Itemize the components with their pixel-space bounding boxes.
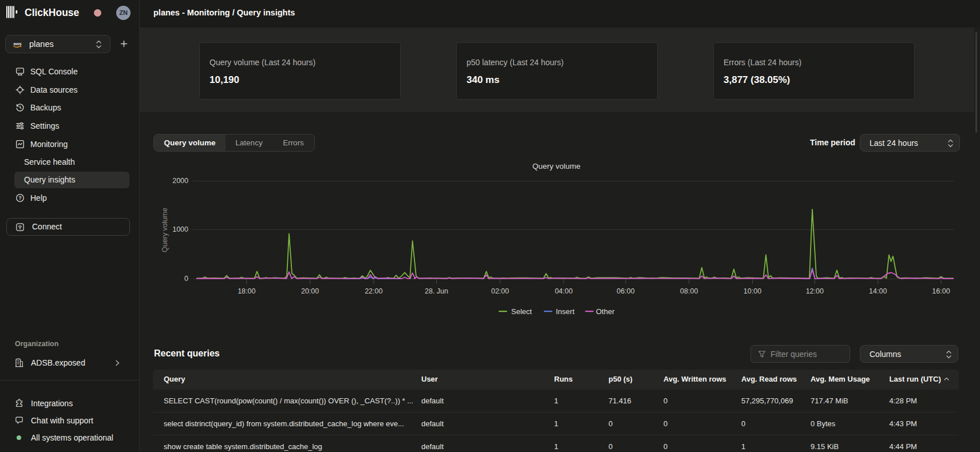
svg-text:?: ?: [18, 195, 22, 201]
svg-text:aws: aws: [14, 41, 22, 46]
